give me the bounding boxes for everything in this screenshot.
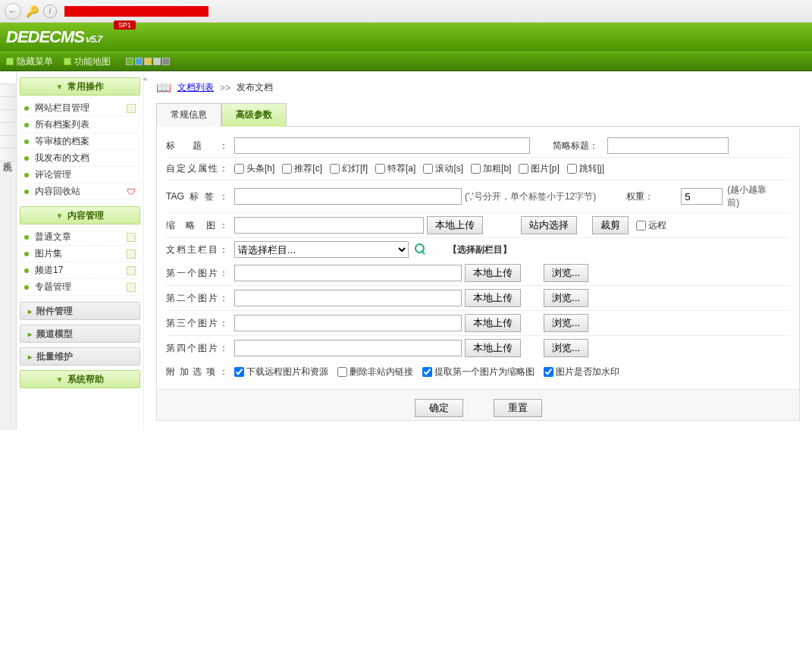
- shorttitle-label: 简略标题：: [553, 140, 607, 152]
- info-icon[interactable]: i: [43, 5, 57, 18]
- pic-label: 第二个图片：: [166, 292, 234, 305]
- sidebar-item[interactable]: 频道17: [20, 262, 140, 279]
- weight-input[interactable]: [681, 188, 723, 205]
- pic-local-button[interactable]: 本地上传: [465, 264, 521, 282]
- back-button[interactable]: ←: [5, 3, 21, 20]
- attr-item[interactable]: 跳转[j]: [567, 163, 604, 174]
- chevron-right-icon: ▸: [28, 330, 32, 338]
- panel-attach[interactable]: ▸附件管理: [20, 302, 140, 320]
- pic-browse-button[interactable]: 浏览...: [544, 339, 588, 357]
- pic-browse-button[interactable]: 浏览...: [544, 264, 588, 282]
- rail-template[interactable]: 模板: [0, 136, 16, 149]
- pic-label: 第一个图片：: [166, 267, 234, 280]
- weight-note: (越小越靠前): [727, 184, 773, 209]
- attr-item[interactable]: 特荐[a]: [375, 163, 415, 174]
- rail-module[interactable]: 模块: [0, 84, 16, 97]
- sidebar-item[interactable]: 图片集: [20, 246, 140, 262]
- theme-tiles[interactable]: [126, 58, 170, 65]
- sidebar-item[interactable]: 我发布的文档: [20, 150, 140, 167]
- subcat-link[interactable]: 【选择副栏目】: [448, 243, 512, 256]
- chevron-right-icon: ▸: [28, 307, 32, 315]
- rail-member[interactable]: 会员: [0, 123, 16, 136]
- thumb-site-button[interactable]: 站内选择: [521, 216, 577, 234]
- tag-label: TAG标签：: [166, 190, 234, 203]
- extra-item[interactable]: 图片是否加水印: [544, 366, 619, 377]
- panel-content[interactable]: ▼内容管理: [20, 206, 140, 224]
- remote-wrap[interactable]: 远程: [636, 219, 666, 232]
- pic-local-button[interactable]: 本地上传: [465, 339, 521, 357]
- pic-input[interactable]: [234, 315, 462, 331]
- sidebar-item[interactable]: 普通文章: [20, 229, 140, 246]
- pic-local-button[interactable]: 本地上传: [465, 289, 521, 307]
- drag-handle-icon[interactable]: ◂: [143, 74, 146, 83]
- hide-menu-link[interactable]: 隐藏菜单: [6, 55, 53, 68]
- sidebar-item[interactable]: 专题管理: [20, 279, 140, 296]
- pic-input[interactable]: [234, 265, 462, 281]
- rail-system[interactable]: 系统: [0, 149, 16, 162]
- pic-browse-button[interactable]: 浏览...: [544, 289, 588, 307]
- breadcrumb: 📖 文档列表 >> 发布文档: [156, 80, 800, 95]
- thumb-crop-button[interactable]: 裁剪: [592, 216, 629, 234]
- sitemap-link[interactable]: 功能地图: [64, 55, 111, 68]
- rail-build[interactable]: 生成: [0, 97, 16, 110]
- chevron-down-icon: ▼: [56, 83, 64, 91]
- pic-local-button[interactable]: 本地上传: [465, 314, 521, 332]
- left-rail: 核心 模块 生成 采集 会员 模板 系统: [0, 71, 17, 430]
- pic-browse-button[interactable]: 浏览...: [544, 314, 588, 332]
- search-icon[interactable]: [415, 243, 427, 256]
- remote-checkbox[interactable]: [636, 221, 646, 231]
- title-input[interactable]: [234, 137, 530, 154]
- extra-item[interactable]: 删除非站内链接: [337, 366, 413, 377]
- attr-item[interactable]: 头条[h]: [234, 163, 274, 174]
- shorttitle-input[interactable]: [607, 137, 729, 154]
- pic-label: 第四个图片：: [166, 342, 234, 355]
- edit-icon: [127, 233, 136, 242]
- pic-label: 第三个图片：: [166, 317, 234, 330]
- sidebar-item[interactable]: 所有档案列表: [20, 117, 140, 133]
- sidebar-item[interactable]: 等审核的档案: [20, 133, 140, 150]
- attr-item[interactable]: 幻灯[f]: [330, 163, 368, 174]
- thumb-label: 缩 略 图：: [166, 219, 234, 232]
- grid-icon: [6, 58, 14, 65]
- chevron-down-icon: ▼: [56, 375, 64, 384]
- edit-icon: [127, 104, 136, 113]
- tag-note: (','号分开，单个标签小于12字节): [465, 190, 596, 203]
- attr-item[interactable]: 推荐[c]: [282, 163, 322, 174]
- tag-input[interactable]: [234, 188, 462, 205]
- url-redacted: [64, 6, 208, 17]
- attr-item[interactable]: 加粗[b]: [471, 163, 511, 174]
- sidebar-item[interactable]: 评论管理: [20, 167, 140, 184]
- panel-channel[interactable]: ▸频道模型: [20, 325, 140, 343]
- rail-core[interactable]: 核心: [0, 71, 16, 84]
- logo: DEDECMSv5.7: [0, 23, 102, 54]
- panel-batch[interactable]: ▸批量维护: [20, 347, 140, 366]
- extra-item[interactable]: 下载远程图片和资源: [234, 366, 328, 377]
- sidebar-item[interactable]: 内容回收站🛡: [20, 184, 140, 200]
- sidebar-item[interactable]: 网站栏目管理: [20, 100, 140, 117]
- panel-help[interactable]: ▼系统帮助: [20, 370, 140, 388]
- rail-collect[interactable]: 采集: [0, 110, 16, 123]
- thumb-input[interactable]: [234, 217, 424, 234]
- tab-general[interactable]: 常规信息: [156, 103, 221, 127]
- extra-item[interactable]: 提取第一个图片为缩略图: [422, 366, 535, 377]
- thumb-local-button[interactable]: 本地上传: [427, 216, 483, 234]
- main-content: ◂ 📖 文档列表 >> 发布文档 常规信息 高级参数 标题： 简略标题： 自定义…: [144, 71, 812, 430]
- form-card: 标题： 简略标题： 自定义属性： 头条[h]推荐[c]幻灯[f]特荐[a]滚动[…: [156, 127, 800, 421]
- sp-badge: SP1: [114, 20, 136, 30]
- pic-input[interactable]: [234, 290, 462, 306]
- key-icon: 🔑: [26, 5, 39, 17]
- attr-item[interactable]: 图片[p]: [519, 163, 559, 174]
- pic-input[interactable]: [234, 340, 462, 356]
- submit-button[interactable]: 确定: [415, 399, 463, 417]
- crumb-current: 发布文档: [237, 81, 273, 94]
- title-label: 标题：: [166, 140, 234, 152]
- crumb-list[interactable]: 文档列表: [177, 81, 214, 94]
- cat-select[interactable]: 请选择栏目...: [234, 241, 409, 258]
- attr-item[interactable]: 滚动[s]: [423, 163, 463, 174]
- panel-common[interactable]: ▼常用操作: [20, 77, 140, 96]
- reset-button[interactable]: 重置: [494, 399, 542, 417]
- attr-group: 头条[h]推荐[c]幻灯[f]特荐[a]滚动[s]加粗[b]图片[p]跳转[j]: [234, 162, 612, 175]
- chevron-right-icon: ▸: [28, 353, 32, 361]
- weight-label: 权重：: [626, 190, 681, 203]
- tab-advanced[interactable]: 高级参数: [221, 103, 287, 127]
